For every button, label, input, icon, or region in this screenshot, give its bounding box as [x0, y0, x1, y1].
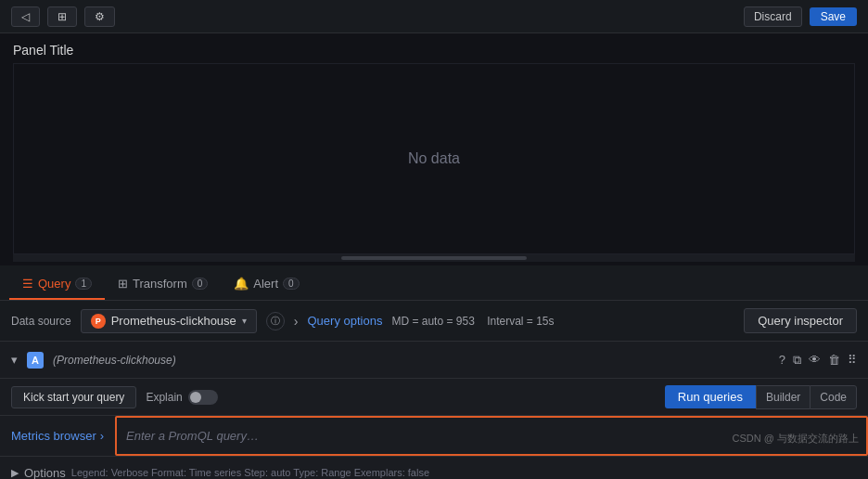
alert-tab-badge: 0 — [283, 278, 300, 290]
info-icon[interactable]: ⓘ — [266, 312, 285, 330]
watermark-text: CSDN @ 与数据交流的路上 — [733, 433, 859, 444]
transform-tab-badge: 0 — [192, 278, 209, 290]
query-interval: Interval = 15s — [487, 315, 554, 328]
alert-tab-label: Alert — [253, 277, 278, 291]
chevron-down-icon: ▾ — [242, 316, 247, 326]
copy-icon[interactable]: ⧉ — [793, 353, 801, 368]
explain-label: Explain — [146, 391, 182, 404]
datasource-select[interactable]: P Prometheus-clickhouse ▾ — [81, 309, 257, 333]
alert-tab-icon: 🔔 — [234, 277, 249, 291]
datasource-icon: P — [91, 314, 106, 329]
query-md: MD = auto = 953 — [391, 315, 474, 328]
query-tab-badge: 1 — [75, 278, 92, 290]
query-ds-ref: (Prometheus-clickhouse) — [53, 354, 176, 367]
metrics-browser-chevron: › — [100, 429, 104, 443]
help-icon[interactable]: ? — [779, 353, 785, 367]
panel-area: Panel Title No data — [0, 33, 868, 265]
top-button-2[interactable]: ⊞ — [47, 6, 77, 27]
query-row-icons: ? ⧉ 👁 🗑 ⠿ — [779, 353, 857, 368]
scroll-thumb — [341, 256, 527, 260]
datasource-label: Data source — [11, 315, 71, 328]
arrow-right-icon: › — [294, 314, 299, 329]
options-collapse-icon[interactable]: ▶ — [11, 467, 19, 479]
metrics-browser-button[interactable]: Metrics browser › — [0, 416, 115, 456]
options-meta: Legend: Verbose Format: Time series Step… — [71, 467, 429, 478]
datasource-bar: Data source P Prometheus-clickhouse ▾ ⓘ … — [0, 301, 868, 342]
query-tab-label: Query — [38, 277, 70, 291]
explain-group: Explain — [146, 390, 217, 405]
panel-title: Panel Title — [13, 43, 855, 58]
discard-button[interactable]: Discard — [744, 6, 802, 27]
kickstart-button[interactable]: Kick start your query — [11, 386, 136, 408]
datasource-name: Prometheus-clickhouse — [111, 314, 236, 328]
query-options-link[interactable]: Query options — [308, 314, 383, 328]
top-bar: ◁ ⊞ ⚙ Discard Save — [0, 0, 868, 33]
query-inspector-button[interactable]: Query inspector — [744, 308, 857, 333]
query-row-header: ▾ A (Prometheus-clickhouse) ? ⧉ 👁 🗑 ⠿ — [0, 342, 868, 379]
drag-icon[interactable]: ⠿ — [848, 353, 857, 367]
save-button[interactable]: Save — [810, 7, 857, 26]
watermark: CSDN @ 与数据交流的路上 — [733, 432, 859, 446]
query-tab-icon: ☰ — [22, 277, 33, 291]
toggle-knob — [190, 392, 201, 403]
trash-icon[interactable]: 🗑 — [828, 353, 840, 367]
kickstart-bar: Kick start your query Explain Run querie… — [0, 379, 868, 416]
transform-tab-icon: ⊞ — [118, 277, 128, 291]
top-button-3[interactable]: ⚙ — [84, 6, 115, 27]
collapse-icon[interactable]: ▾ — [11, 353, 18, 367]
no-data-text: No data — [408, 150, 460, 167]
builder-button[interactable]: Builder — [756, 385, 810, 409]
run-queries-button[interactable]: Run queries — [665, 385, 756, 408]
explain-toggle[interactable] — [188, 390, 218, 405]
query-meta: MD = auto = 953 Interval = 15s — [391, 315, 734, 328]
transform-tab-label: Transform — [133, 277, 187, 291]
scroll-indicator — [13, 254, 855, 262]
top-button-1[interactable]: ◁ — [11, 6, 40, 27]
metrics-browser-label: Metrics browser — [11, 429, 96, 443]
tabs-bar: ☰ Query 1 ⊞ Transform 0 🔔 Alert 0 — [0, 265, 868, 301]
code-button[interactable]: Code — [810, 385, 857, 409]
tab-transform[interactable]: ⊞ Transform 0 — [105, 269, 221, 300]
tab-alert[interactable]: 🔔 Alert 0 — [221, 269, 312, 300]
top-bar-left: ◁ ⊞ ⚙ — [11, 6, 115, 27]
tab-query[interactable]: ☰ Query 1 — [9, 269, 105, 300]
run-group: Run queries Builder Code — [665, 385, 857, 409]
eye-icon[interactable]: 👁 — [809, 353, 821, 367]
panel-chart: No data — [13, 63, 855, 254]
options-row: ▶ Options Legend: Verbose Format: Time s… — [0, 457, 868, 479]
query-letter: A — [27, 352, 44, 369]
options-label: Options — [24, 466, 66, 480]
